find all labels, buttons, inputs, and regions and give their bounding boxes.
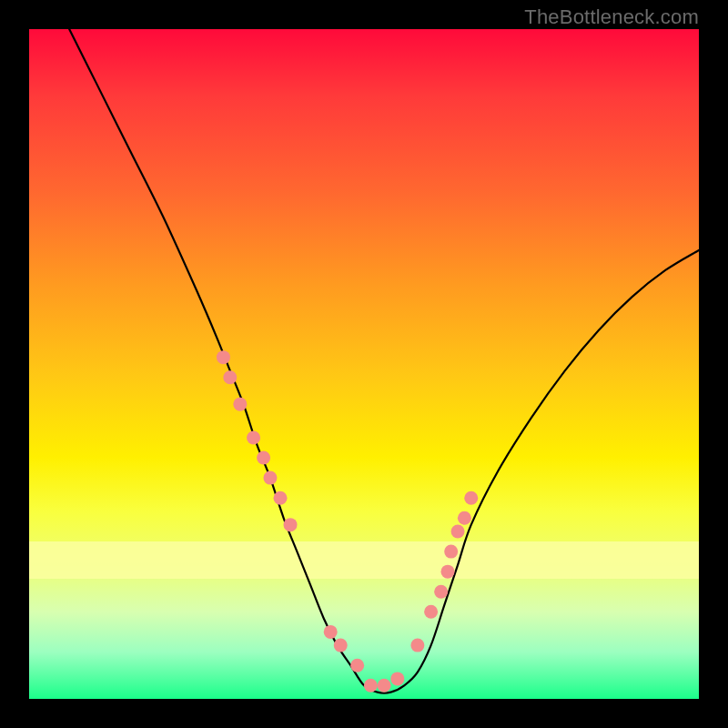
scatter-dot <box>284 518 298 531</box>
scatter-dot <box>324 625 338 639</box>
scatter-dot <box>444 545 458 559</box>
scatter-dot <box>441 565 455 579</box>
scatter-dot <box>410 639 424 652</box>
scatter-dot <box>274 491 288 505</box>
scatter-dot <box>217 350 230 364</box>
scatter-dot <box>364 679 378 693</box>
chart-svg <box>29 29 699 699</box>
watermark-text: TheBottleneck.com <box>524 5 699 29</box>
scatter-dot <box>223 370 237 384</box>
scatter-dot <box>350 659 364 672</box>
scatter-dot <box>424 605 438 619</box>
scatter-dot <box>233 398 247 411</box>
scatter-dot <box>263 471 277 485</box>
chart-frame: TheBottleneck.com <box>0 0 728 728</box>
scatter-dot <box>257 451 270 465</box>
curve-line <box>69 29 699 693</box>
scatter-dot <box>464 491 478 505</box>
scatter-dot <box>458 511 471 525</box>
plot-area <box>29 29 699 699</box>
scatter-dot <box>451 525 465 539</box>
scatter-dot <box>434 585 448 599</box>
scatter-dots <box>217 350 478 693</box>
scatter-dot <box>390 672 404 685</box>
scatter-dot <box>247 430 260 444</box>
scatter-dot <box>334 639 348 652</box>
scatter-dot <box>378 679 391 693</box>
